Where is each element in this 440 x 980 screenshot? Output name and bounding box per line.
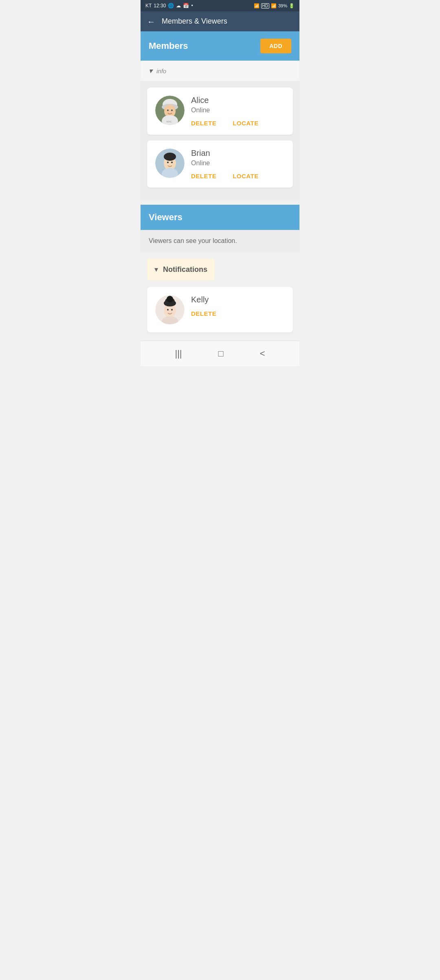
member-status-brian: Online	[191, 160, 285, 167]
time-label: 12:30	[154, 3, 166, 9]
dot-icon: •	[191, 3, 193, 9]
delete-alice-button[interactable]: DELETE	[191, 120, 216, 127]
viewer-card-kelly: Kelly DELETE	[147, 287, 293, 332]
back-nav-button[interactable]: <	[256, 347, 269, 361]
member-name-brian: Brian	[191, 149, 285, 158]
avatar-kelly	[155, 295, 185, 324]
viewer-name-kelly: Kelly	[191, 295, 285, 304]
calendar-icon: 📅	[183, 3, 189, 9]
hd-icon: HD	[261, 3, 269, 9]
notifications-row[interactable]: ▾ Notifications	[147, 258, 215, 280]
member-name-alice: Alice	[191, 96, 285, 105]
svg-point-19	[167, 309, 169, 311]
status-left: KT 12:30 🌐 ☁ 📅 •	[145, 3, 193, 9]
svg-point-5	[171, 109, 173, 111]
cloud-icon: ☁	[176, 3, 181, 9]
globe-icon: 🌐	[168, 3, 174, 9]
svg-point-18	[167, 296, 173, 302]
signal-icon: 📶	[271, 3, 277, 9]
member-info-brian: Brian Online DELETE LOCATE	[191, 149, 285, 179]
delete-kelly-button[interactable]: DELETE	[191, 310, 216, 317]
member-card-alice: NYC Alice Online DELETE LOCATE	[147, 88, 293, 135]
locate-brian-button[interactable]: LOCATE	[233, 173, 259, 179]
delete-brian-button[interactable]: DELETE	[191, 173, 216, 179]
viewers-section: Viewers Viewers can see your location. ▾…	[141, 205, 299, 332]
carrier-label: KT	[145, 3, 152, 9]
svg-point-12	[171, 162, 173, 163]
member-info-alice: Alice Online DELETE LOCATE	[191, 96, 285, 127]
member-actions-alice: DELETE LOCATE	[191, 120, 285, 127]
avatar-brian	[155, 149, 185, 178]
member-card-brian: Brian Online DELETE LOCATE	[147, 140, 293, 188]
member-actions-brian: DELETE LOCATE	[191, 173, 285, 179]
svg-point-4	[167, 109, 169, 111]
add-member-button[interactable]: ADD	[260, 39, 291, 53]
viewers-description: Viewers can see your location.	[141, 230, 299, 252]
home-button[interactable]: □	[214, 347, 227, 361]
notifications-chevron-icon: ▾	[154, 265, 158, 274]
info-row[interactable]: ▾ info	[141, 61, 299, 81]
back-button[interactable]: ←	[147, 18, 155, 26]
members-section-header: Members ADD	[141, 31, 299, 61]
avatar-alice: NYC	[155, 96, 185, 125]
battery-label: 39%	[278, 3, 287, 8]
menu-button[interactable]: |||	[171, 347, 186, 361]
locate-alice-button[interactable]: LOCATE	[233, 120, 259, 127]
members-list: NYC Alice Online DELETE LOCATE	[141, 81, 299, 200]
battery-icon: 🔋	[289, 3, 295, 9]
member-status-alice: Online	[191, 107, 285, 114]
bottom-nav: ||| □ <	[141, 341, 299, 366]
svg-point-11	[167, 162, 169, 163]
viewer-actions-kelly: DELETE	[191, 310, 285, 317]
viewers-section-header: Viewers	[141, 205, 299, 230]
members-title: Members	[149, 41, 188, 51]
wifi-icon: 📶	[254, 3, 260, 9]
status-bar: KT 12:30 🌐 ☁ 📅 • 📶 HD 📶 39% 🔋	[141, 0, 299, 11]
svg-point-20	[171, 309, 173, 311]
notifications-label: Notifications	[163, 265, 207, 274]
viewers-title: Viewers	[149, 212, 183, 223]
chevron-down-icon: ▾	[149, 66, 152, 75]
svg-point-10	[164, 153, 176, 161]
status-right: 📶 HD 📶 39% 🔋	[254, 3, 295, 9]
nav-bar: ← Members & Viewers	[141, 11, 299, 31]
page-title: Members & Viewers	[162, 17, 227, 26]
info-label: info	[156, 68, 166, 74]
viewer-info-kelly: Kelly DELETE	[191, 295, 285, 317]
svg-text:NYC: NYC	[167, 120, 172, 123]
